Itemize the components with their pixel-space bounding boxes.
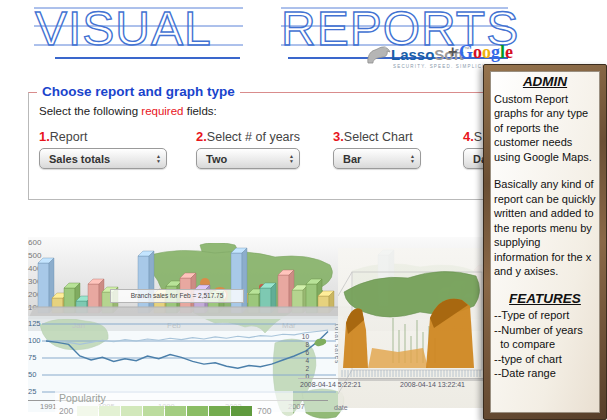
required-word: required [141, 105, 183, 117]
title-word-visual: VISUAL [35, 2, 212, 55]
feature-item: --type of chart [494, 352, 596, 367]
date-axis-label: date [334, 404, 348, 411]
date-tick-2: 2008-04-14 13:22:41 [400, 381, 465, 388]
plus-sign: + [448, 43, 457, 61]
admin-paragraph-1: Custom Report graphs for any type of rep… [494, 92, 596, 165]
stepper-arrows-icon: ▲▼ [289, 154, 294, 163]
feature-item: --Date range [494, 366, 596, 381]
mini-axis-scale: 10 8 6 4 2 0 [301, 333, 309, 381]
features-title: FEATURES [494, 292, 596, 307]
report-form-fieldset: Choose report and graph type Select the … [28, 92, 484, 200]
field-years: 2.Select # of years Two ▲▼ [196, 129, 300, 169]
form-intro: Select the following required fields: [39, 105, 217, 117]
stepper-arrows-icon: ▲▼ [410, 154, 415, 163]
page: VISUAL REPORTS LassoSoft™ SECURITY. SPEE… [0, 0, 607, 420]
bar-tooltip: Branch sales for Feb = 2,517.75 [110, 289, 244, 303]
field-report: 1.Report Sales totals ▲▼ [39, 129, 167, 169]
area-chart-x-axis [298, 378, 485, 379]
features-list: --Type of report--Number of years to com… [494, 308, 596, 381]
lassosoft-rhino-icon [366, 45, 392, 65]
chart-select[interactable]: Bar ▲▼ [333, 148, 421, 169]
date-tick-1: 2008-04-14 5:22:21 [300, 381, 361, 388]
feature-item: --Type of report [494, 308, 596, 323]
popularity-legend: Popularity 200 700 [55, 391, 293, 420]
admin-paragraph-2: Basically any kind of report can be quic… [494, 177, 596, 279]
lassosoft-tagline: SECURITY. SPEED. SIMPLICITY. [393, 64, 495, 69]
stepper-arrows-icon: ▲▼ [156, 154, 161, 163]
field-chart: 3.Select Chart Bar ▲▼ [333, 129, 421, 169]
feature-item: --Number of years [494, 323, 596, 338]
legend-max: 700 [257, 406, 271, 416]
legend-min: 200 [59, 406, 73, 416]
legend-gradient-swatches [77, 406, 253, 416]
admin-title: ADMIN [494, 75, 596, 90]
popularity-legend-title: Popularity [59, 392, 106, 404]
report-select[interactable]: Sales totals ▲▼ [39, 148, 167, 169]
years-select[interactable]: Two ▲▼ [196, 148, 300, 169]
lassosoft-logo: LassoSoft™ [391, 46, 470, 63]
form-legend: Choose report and graph type [37, 84, 240, 99]
admin-note-panel: ADMIN Custom Report graphs for any type … [483, 64, 607, 420]
mini-map-icon [312, 336, 328, 348]
google-logo: Google [459, 42, 513, 63]
admin-note-paper: ADMIN Custom Report graphs for any type … [490, 71, 600, 413]
feature-item: to compare [494, 337, 596, 352]
